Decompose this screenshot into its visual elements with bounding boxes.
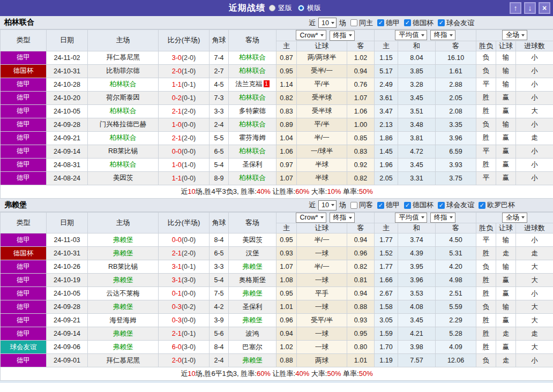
odds-group-header-2: 全场 [476, 30, 553, 41]
odds-source-select[interactable]: 全场 [502, 213, 527, 223]
away-team-cell: 柏林联合 [229, 64, 276, 78]
away-team: 波鸿 [246, 330, 259, 337]
league-checkbox-1[interactable] [404, 202, 411, 209]
radio-vertical[interactable] [269, 5, 275, 11]
horizontal-scrollbar[interactable] [0, 381, 553, 383]
result-badge: 负 [476, 51, 496, 64]
odds-source-select[interactable]: 终指 [330, 213, 355, 223]
games-count-select[interactable]: 10 [318, 18, 337, 28]
home-team-cell: 弗赖堡 [88, 233, 159, 247]
odds-crow_home: 1.08 [276, 274, 297, 287]
chevron-down-icon [450, 34, 453, 36]
score-cell: 1-0(1-0) [159, 158, 210, 171]
col-header-0: 类型 [1, 212, 47, 233]
odds-source-select[interactable]: Crow* [296, 213, 326, 223]
odds-avg_draw: 4.21 [398, 327, 436, 341]
half-time-score: (3-0) [182, 276, 196, 284]
half-time-score: (0-2) [182, 303, 196, 311]
league-checkbox-2[interactable] [438, 202, 445, 209]
odds-avg_draw: 3.28 [398, 78, 436, 91]
odds-avg_home: 1.19 [375, 354, 398, 367]
league-checkbox-2[interactable] [438, 19, 445, 26]
odds-source-select[interactable]: Crow* [296, 30, 326, 40]
handicap_result-badge: 走 [496, 247, 516, 260]
handicap_result-badge: 赢 [496, 145, 516, 158]
home-team-cell: 弗赖堡 [88, 274, 159, 287]
odds-avg_home: 1.96 [375, 158, 398, 171]
select-value: 终指 [333, 213, 347, 222]
odds-crow_away: 0.81 [347, 274, 375, 287]
chevron-down-icon [349, 217, 352, 219]
score-cell: 0-0(0-0) [159, 145, 210, 158]
match-row: 德甲24-11-03弗赖堡0-0(0-0)8-4美因茨0.95半/一0.941.… [1, 233, 553, 247]
summary-part: 50% [359, 187, 373, 195]
score-cell: 2-0(1-0) [159, 64, 210, 78]
chevron-down-icon [349, 34, 352, 36]
odds-avg_away: 2.08 [436, 104, 476, 118]
home-team-cell: RB莱比锡 [88, 260, 159, 274]
odds-avg_home: 3.61 [375, 91, 398, 104]
match-date: 24-11-03 [47, 233, 88, 247]
scroll-down-button[interactable]: ↓ [524, 2, 536, 14]
odds-source-select[interactable]: 终指 [430, 30, 455, 40]
odds-avg_away: 4.50 [436, 233, 476, 247]
odds-source-select[interactable]: 平均值 [395, 30, 427, 40]
score-cell: 0-0(0-0) [159, 233, 210, 247]
score-cell: 1-1(0-1) [159, 78, 210, 91]
home-team-cell: 弗赖堡 [88, 341, 159, 354]
summary-row: 近10场,胜4平3负3, 胜率:40% 让胜率:60% 大率:10% 单率:50… [1, 185, 553, 198]
home-team-cell: 拜仁慕尼黑 [88, 354, 159, 367]
league-checkbox-label: 球会友谊 [446, 18, 474, 28]
same-venue-checkbox[interactable] [350, 19, 357, 26]
odds-source-select[interactable]: 终指 [330, 31, 355, 41]
away-team-cell: 柏林联合 [229, 51, 276, 64]
layout-radio-group: 竖版 横版 [269, 3, 324, 13]
league-badge: 德国杯 [1, 64, 47, 78]
games-count-select[interactable]: 10 [318, 200, 337, 210]
odds-source-select[interactable]: 全场 [502, 30, 527, 40]
summary-text: 近10场,胜4平3负3, 胜率:40% 让胜率:60% 大率:10% 单率:50… [1, 185, 553, 198]
away-team: 多特蒙德 [239, 107, 266, 115]
match-date: 24-09-28 [47, 300, 88, 314]
chevron-down-icon [521, 34, 525, 36]
odds-handicap: 平手 [297, 287, 347, 300]
radio-horizontal-label[interactable]: 横版 [307, 3, 321, 13]
league-checkbox-0[interactable] [377, 19, 384, 26]
match-row: 德甲24-10-19弗赖堡3-1(3-0)5-4奥格斯堡1.08一球0.811.… [1, 274, 553, 287]
league-checkbox-0[interactable] [377, 202, 384, 209]
full-time-score: 2-1 [172, 108, 182, 115]
odds-source-select[interactable]: 平均值 [395, 213, 427, 223]
corner-count: 8-9 [210, 171, 229, 185]
odds-avg_draw: 3.45 [398, 314, 436, 327]
home-team-cell: 弗赖堡 [88, 327, 159, 341]
full-time-score: 1-0 [172, 121, 182, 129]
same-venue-checkbox[interactable] [350, 202, 357, 209]
radio-vertical-label[interactable]: 竖版 [278, 3, 292, 13]
corner-count: 2-4 [210, 118, 229, 131]
sub-header-0: 主 [276, 223, 297, 233]
odds-source-select[interactable]: 终指 [430, 213, 455, 223]
odds-avg_home: 5.17 [375, 64, 398, 78]
away-team-cell: 汉堡 [229, 247, 276, 260]
scroll-up-button[interactable]: ↑ [510, 2, 521, 14]
half-time-score: (0-1) [182, 330, 196, 337]
score-cell: 3-1(0-1) [159, 260, 210, 274]
half-time-score: (0-0) [182, 290, 196, 297]
league-checkbox-1[interactable] [404, 19, 411, 26]
match-row: 德甲24-11-02拜仁慕尼黑3-0(2-0)7-4柏林联合0.87两/两球半1… [1, 51, 553, 64]
home-team: 拜仁慕尼黑 [106, 357, 140, 364]
league-badge: 德甲 [1, 274, 47, 287]
goals-badge: 小 [516, 233, 553, 247]
half-time-score: (2-0) [182, 108, 196, 115]
close-button[interactable]: × [539, 2, 550, 14]
score-cell: 3-0(2-0) [159, 51, 210, 64]
goals-badge: 走 [516, 131, 553, 145]
games-label: 场 [339, 18, 346, 28]
goals-badge: 小 [516, 145, 553, 158]
league-checkbox-3[interactable] [479, 202, 485, 209]
radio-horizontal[interactable] [298, 5, 304, 11]
goals-badge: 大 [516, 314, 553, 327]
away-team-cell: 柏林联合 [229, 118, 276, 131]
league-checkbox-label: 欧罗巴杯 [487, 200, 515, 210]
match-row: 德甲24-08-24美因茨1-1(0-0)8-9柏林联合1.07半球0.822.… [1, 171, 553, 185]
